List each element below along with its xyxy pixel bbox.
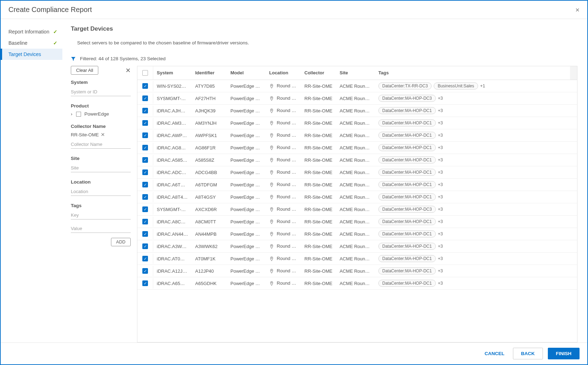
table-row[interactable]: ✓iDRAC.A3WWK...A3WWK62PowerEdge R7... Ro… [137,240,577,253]
cell-site: ACME Round R... [336,217,375,227]
col-identifier[interactable]: Identifier [192,66,227,80]
row-checkbox-cell[interactable]: ✓ [137,155,153,165]
checkbox-checked-icon: ✓ [142,280,148,286]
cell-identifier: A585S8Z [192,155,227,165]
row-checkbox-cell[interactable]: ✓ [137,179,153,190]
table-row[interactable]: ✓iDRAC.A8CM0...A8CM0TTPowerEdge R7... Ro… [137,216,577,228]
cell-system: iDRAC.A585S8... [153,155,192,165]
table-body[interactable]: ✓WIN-SYS02PE1...ATY7D85PowerEdge M... Ro… [137,80,577,342]
svg-point-7 [271,171,272,172]
row-checkbox-cell[interactable]: ✓ [137,118,153,128]
system-input[interactable] [71,88,131,96]
tag-more[interactable]: +3 [438,133,443,138]
cell-tags: DataCenter:MA-HOP-DC1+3 [375,105,577,117]
close-icon[interactable]: × [575,6,580,13]
table-row[interactable]: ✓WIN-SYS02PE1...ATY7D85PowerEdge M... Ro… [137,80,577,92]
row-checkbox-cell[interactable]: ✓ [137,105,153,116]
row-checkbox-cell[interactable]: ✓ [137,229,153,239]
dialog-body: Report Information ✓ Baseline ✓ Target D… [1,19,587,342]
table-row[interactable]: ✓iDRAC.AN44M...AN44MPBPowerEdge R7... Ro… [137,228,577,240]
table-row[interactable]: ✓iDRAC.A12JP4...A12JP40PowerEdge R7... R… [137,265,577,277]
remove-chip-icon[interactable]: ✕ [101,132,105,137]
row-checkbox-cell[interactable]: ✓ [137,278,153,289]
main-panel: Target Devices Select servers to be comp… [62,19,587,342]
tag-more[interactable]: +3 [438,194,443,199]
back-button[interactable]: BACK [513,348,543,359]
site-input[interactable] [71,164,131,172]
col-tags[interactable]: Tags [375,66,570,80]
tag-value-input[interactable] [71,224,131,233]
col-collector[interactable]: Collector [301,66,336,80]
tag-more[interactable]: +3 [438,108,443,113]
row-checkbox-cell[interactable]: ✓ [137,142,153,153]
product-tree-row[interactable]: › PowerEdge [71,111,131,117]
close-filters-icon[interactable]: ✕ [125,67,131,74]
row-checkbox-cell[interactable]: ✓ [137,167,153,178]
checkbox-checked-icon: ✓ [142,95,148,101]
row-checkbox-cell[interactable]: ✓ [137,266,153,276]
cell-tags: DataCenter:MA-HOP-DC1+3 [375,228,577,240]
col-model[interactable]: Model [227,66,266,80]
header-checkbox-cell[interactable] [137,66,153,80]
tag-more[interactable]: +3 [438,268,443,273]
checkbox-checked-icon: ✓ [142,108,148,113]
filter-icon[interactable] [71,55,76,62]
tag-more[interactable]: +3 [438,145,443,150]
cell-tags: DataCenter:MA-HOP-DC1+3 [375,129,577,141]
tag-more[interactable]: +3 [438,231,443,236]
tag-more[interactable]: +3 [438,244,443,249]
collector-input[interactable] [71,140,131,149]
tag-more[interactable]: +3 [438,207,443,212]
table-row[interactable]: ✓iDRAC.A8T4GS...A8T4GSYPowerEdge R7... R… [137,191,577,203]
clear-all-button[interactable]: Clear All [71,66,98,75]
row-checkbox-cell[interactable]: ✓ [137,253,153,264]
table-row[interactable]: ✓iDRAC.AJHQK3...AJHQK39PowerEdge R7... R… [137,105,577,117]
tag-more[interactable]: +3 [438,219,443,224]
table-row[interactable]: ✓iDRAC.A585S8...A585S8ZPowerEdge R7... R… [137,154,577,166]
cell-tags: DataCenter:MA-HOP-DC3+3 [375,92,577,104]
table-row[interactable]: ✓iDRAC.AWPFS...AWPFSK1PowerEdge R7... Ro… [137,129,577,142]
tag-key-input[interactable] [71,211,131,219]
col-site[interactable]: Site [336,66,375,80]
tag-more[interactable]: +3 [438,182,443,187]
tag-more[interactable]: +3 [438,281,443,286]
table-row[interactable]: ✓SYSMGMT-ML-...AF27HTHPowerEdge R7... Ro… [137,92,577,105]
tag-more[interactable]: +3 [438,96,443,101]
table-row[interactable]: ✓SYSMGMT-ML-...AXCXD6RPowerEdge R6... Ro… [137,203,577,216]
step-target-devices[interactable]: Target Devices [1,49,62,60]
step-report-information[interactable]: Report Information ✓ [1,26,62,37]
table-row[interactable]: ✓iDRAC.AM3YN...AM3YNJHPowerEdge R7... Ro… [137,117,577,129]
finish-button[interactable]: FINISH [548,348,580,359]
collector-chip-text: RR-Site-OME [71,132,99,137]
tag-more[interactable]: +3 [438,157,443,162]
row-checkbox-cell[interactable]: ✓ [137,81,153,91]
tag-more[interactable]: +3 [438,120,443,125]
table-row[interactable]: ✓iDRAC.AT0MF1...AT0MF1KPowerEdge R7... R… [137,253,577,265]
tag-more[interactable]: +3 [438,170,443,175]
cell-identifier: A8CM0TT [192,217,227,227]
row-checkbox-cell[interactable]: ✓ [137,130,153,141]
location-input[interactable] [71,187,131,196]
row-checkbox-cell[interactable]: ✓ [137,241,153,252]
tag-chip: DataCenter:MA-HOP-DC1 [378,181,436,188]
tag-chip: DataCenter:MA-HOP-DC3 [378,206,436,213]
col-location[interactable]: Location [266,66,301,80]
col-system[interactable]: System [153,66,192,80]
cancel-button[interactable]: CANCEL [481,348,508,359]
table-row[interactable]: ✓iDRAC.A65GDH...A65GDHKPowerEdge R7... R… [137,277,577,290]
table-row[interactable]: ✓iDRAC.AG86F1...AG86F1RPowerEdge R7... R… [137,142,577,154]
product-checkbox[interactable] [76,112,81,117]
step-baseline[interactable]: Baseline ✓ [1,37,62,49]
row-checkbox-cell[interactable]: ✓ [137,204,153,215]
row-checkbox-cell[interactable]: ✓ [137,192,153,202]
svg-point-11 [271,221,272,222]
cell-collector: RR-Site-OME [301,241,336,252]
table-row[interactable]: ✓iDRAC.ADCG4B...ADCG4BBPowerEdge R7... R… [137,166,577,179]
tag-more[interactable]: +1 [480,83,485,88]
add-tag-button[interactable]: ADD [111,238,131,246]
row-checkbox-cell[interactable]: ✓ [137,93,153,104]
table-row[interactable]: ✓iDRAC.A6TDFG...A6TDFGMPowerEdge R7... R… [137,179,577,191]
row-checkbox-cell[interactable]: ✓ [137,216,153,227]
tag-more[interactable]: +3 [438,256,443,261]
cell-tags: DataCenter:MA-HOP-DC1+3 [375,117,577,129]
